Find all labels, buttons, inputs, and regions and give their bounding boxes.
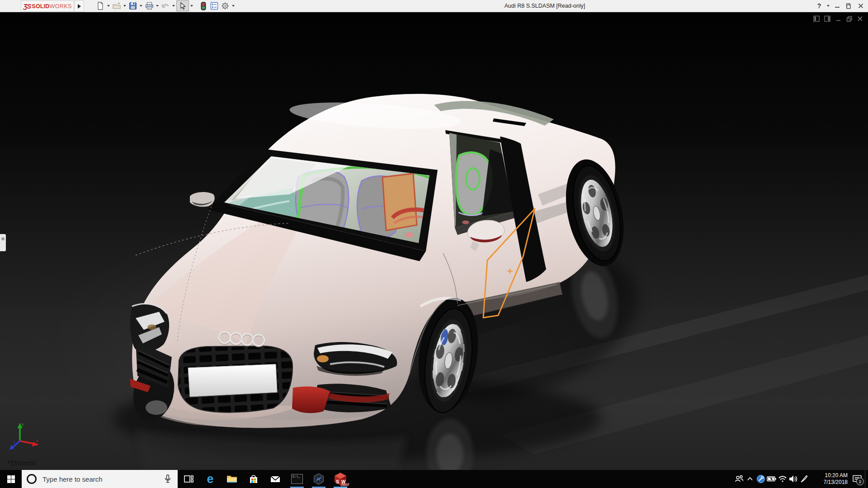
- battery-button[interactable]: [766, 470, 777, 488]
- solidworks-2017-icon: SW 2017: [334, 472, 347, 486]
- mail-button[interactable]: [264, 470, 286, 488]
- speaker-icon: [788, 474, 799, 484]
- print-icon: [145, 2, 154, 10]
- far-door-mirror: [190, 192, 215, 207]
- options-button[interactable]: [220, 1, 231, 11]
- document-title: Audi R8 S.SLDASM [Read-only]: [505, 0, 585, 12]
- svg-text:S: S: [336, 479, 339, 484]
- solidworks-2017-button[interactable]: SW 2017: [330, 470, 351, 488]
- minimize-button[interactable]: [832, 0, 843, 11]
- battery-charging-icon: [766, 474, 777, 484]
- cmd-label: C:\_: [292, 475, 300, 479]
- restore-button[interactable]: [844, 0, 854, 11]
- logo-word-solid: SOLID: [32, 3, 49, 9]
- open-dropdown[interactable]: [122, 1, 127, 11]
- save-button[interactable]: [127, 1, 138, 11]
- minimize-icon: [835, 3, 840, 9]
- system-tray: 10:20 AM 7/13/2018 2: [734, 470, 868, 488]
- menu-flyout-button[interactable]: [74, 0, 84, 12]
- restore-icon: [846, 3, 852, 9]
- solidworks-menu-button[interactable]: ƷS SOLIDWORKS: [21, 0, 74, 12]
- command-prompt-icon: C:\_: [291, 474, 303, 484]
- new-document-button[interactable]: [95, 1, 106, 11]
- display-pane-button[interactable]: [813, 15, 820, 22]
- help-button[interactable]: ?: [814, 0, 825, 11]
- window-controls: ?: [814, 0, 866, 12]
- close-button[interactable]: [855, 0, 866, 11]
- view-orientation-label: *Dimetric: [7, 459, 37, 467]
- print-button[interactable]: [144, 1, 155, 11]
- save-dropdown[interactable]: [138, 1, 144, 11]
- solidworks-logo-icon: ƷS: [23, 2, 31, 10]
- tray-overflow-button[interactable]: [745, 470, 755, 488]
- task-pane-button[interactable]: [824, 15, 831, 22]
- document-window-controls: [813, 15, 863, 22]
- start-button[interactable]: [0, 470, 22, 488]
- microphone-icon[interactable]: [162, 474, 173, 484]
- command-prompt-button[interactable]: C:\_: [286, 470, 308, 488]
- license-plate: [188, 364, 277, 397]
- print-dropdown[interactable]: [155, 1, 160, 11]
- undo-button[interactable]: [160, 1, 171, 11]
- sw-year-label: 2017: [341, 483, 349, 487]
- triad-x-label: x: [36, 438, 38, 443]
- task-pane-icon: [824, 15, 831, 22]
- select-tool-dropdown[interactable]: [189, 1, 194, 11]
- flyout-arrow-icon: [78, 4, 81, 9]
- undo-dropdown[interactable]: [171, 1, 176, 11]
- people-button[interactable]: [734, 470, 745, 488]
- quick-access-toolbar: [95, 0, 236, 12]
- close-icon: [858, 3, 863, 9]
- open-button[interactable]: [111, 1, 122, 11]
- mail-icon: [269, 474, 281, 484]
- undo-icon: [161, 2, 170, 10]
- collapsed-panel-tab[interactable]: [0, 234, 6, 251]
- composer-3d-button[interactable]: [308, 470, 330, 488]
- store-button[interactable]: [243, 470, 264, 488]
- doc-close-button[interactable]: [857, 15, 863, 22]
- network-button[interactable]: [777, 470, 788, 488]
- desktop: ƷS SOLIDWORKS: [0, 0, 868, 488]
- save-icon: [129, 2, 137, 10]
- front-grille: [178, 346, 292, 413]
- help-icon: ?: [817, 2, 821, 9]
- taskbar-search[interactable]: [22, 470, 178, 488]
- open-icon: [113, 2, 121, 10]
- show-desktop-button[interactable]: [865, 470, 868, 488]
- options-dropdown[interactable]: [231, 1, 236, 11]
- volume-button[interactable]: [788, 470, 799, 488]
- display-pane-icon: [813, 15, 820, 22]
- windows-taskbar: e C:\_ SW 2017: [0, 470, 868, 488]
- interior-tan-panel: [382, 174, 417, 230]
- edge-button[interactable]: e: [199, 470, 221, 488]
- action-center-button[interactable]: 2: [849, 470, 865, 488]
- wifi-icon: [778, 474, 788, 484]
- select-cursor-icon: [179, 2, 186, 10]
- task-view-button[interactable]: [178, 470, 199, 488]
- rebuild-button[interactable]: [198, 1, 209, 11]
- clock-date: 7/13/2018: [812, 479, 848, 486]
- taskbar-clock[interactable]: 10:20 AM 7/13/2018: [812, 472, 848, 486]
- notification-badge: 2: [856, 478, 864, 485]
- windows-logo-icon: [7, 475, 15, 483]
- file-properties-icon: [210, 2, 218, 10]
- people-icon: [734, 474, 744, 484]
- file-properties-button[interactable]: [209, 1, 220, 11]
- options-gear-icon: [221, 2, 229, 10]
- doc-minimize-button[interactable]: [835, 15, 842, 22]
- select-tool-button[interactable]: [176, 0, 189, 11]
- cortana-icon: [27, 474, 37, 484]
- file-explorer-button[interactable]: [221, 470, 243, 488]
- rebuild-stoplight-icon: [201, 2, 206, 10]
- taskbar-apps: e C:\_ SW 2017: [178, 470, 351, 488]
- graphics-area[interactable]: x y z *Dimetric: [0, 12, 868, 470]
- help-dropdown[interactable]: [826, 0, 831, 11]
- new-document-dropdown[interactable]: [106, 1, 111, 11]
- doc-restore-button[interactable]: [846, 15, 853, 22]
- store-icon: [248, 474, 259, 484]
- doc-close-icon: [857, 16, 863, 22]
- search-input[interactable]: [42, 475, 162, 483]
- windows-ink-button[interactable]: [799, 470, 809, 488]
- tray-utility-button[interactable]: [755, 470, 766, 488]
- triad-y-label: y: [22, 422, 24, 427]
